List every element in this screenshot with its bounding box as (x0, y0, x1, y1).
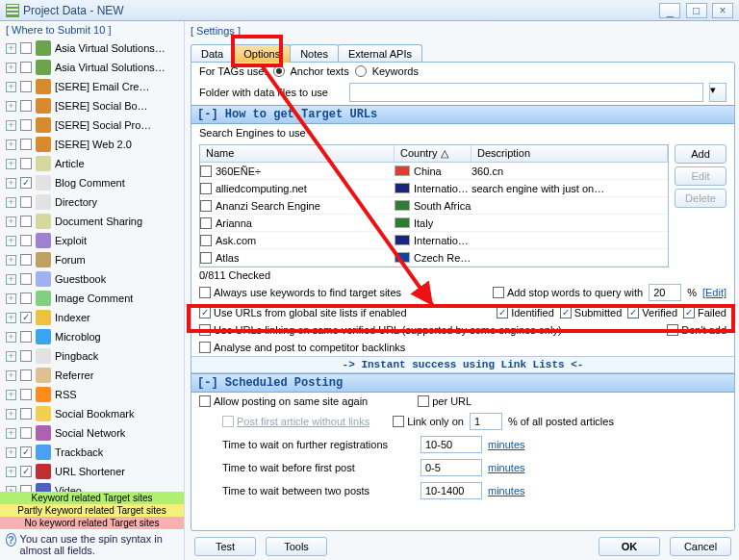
tab-notes[interactable]: Notes (290, 44, 339, 63)
expand-icon[interactable]: + (6, 101, 16, 112)
expand-icon[interactable]: + (6, 63, 16, 73)
tree-item[interactable]: +RSS (0, 385, 184, 404)
tree-checkbox[interactable] (20, 158, 32, 169)
tree-checkbox[interactable] (20, 216, 32, 227)
tab-external-apis[interactable]: External APIs (338, 44, 422, 63)
chk-allow-same[interactable] (199, 395, 211, 407)
row-checkbox[interactable] (200, 217, 212, 229)
tree-item[interactable]: +Exploit (0, 231, 184, 250)
table-row[interactable]: AriannaItaly (200, 215, 668, 232)
wait-first-value[interactable] (420, 459, 482, 476)
edit-engine-button[interactable]: Edit (675, 166, 726, 186)
cancel-button[interactable]: Cancel (670, 537, 731, 556)
table-row[interactable]: AtlasCzech Re… (200, 249, 668, 267)
expand-icon[interactable]: + (6, 255, 16, 266)
tree-item[interactable]: +✓Indexer (0, 308, 184, 327)
table-row[interactable]: 360EÑE÷China360.cn (200, 163, 668, 180)
chk-link-only[interactable] (393, 416, 404, 427)
tree-item[interactable]: +Article (0, 154, 184, 173)
table-row[interactable]: alliedcomputing.netInternatio…search eng… (200, 180, 668, 197)
maximize-button[interactable]: □ (686, 3, 707, 18)
expand-icon[interactable]: + (6, 197, 16, 208)
table-row[interactable]: Ananzi Search EngineSouth Africa (200, 197, 668, 215)
tree-checkbox[interactable] (20, 139, 32, 150)
tree-item[interactable]: +Document Sharing (0, 212, 184, 231)
chk-failed[interactable] (683, 307, 695, 318)
tree-item[interactable]: +[SERE] Email Cre… (0, 77, 184, 96)
expand-icon[interactable]: + (6, 447, 16, 458)
tree-item[interactable]: +Guestbook (0, 269, 184, 289)
tree-checkbox[interactable] (20, 408, 32, 420)
chk-use-linking[interactable] (199, 324, 211, 336)
expand-icon[interactable]: + (6, 120, 16, 131)
expand-icon[interactable]: + (6, 274, 16, 285)
expand-icon[interactable]: + (6, 140, 16, 150)
expand-icon[interactable]: + (6, 428, 16, 439)
tree-checkbox[interactable] (20, 42, 32, 54)
tree-item[interactable]: +[SERE] Social Bo… (0, 96, 184, 115)
chk-use-global[interactable] (199, 307, 211, 318)
chk-verified[interactable] (627, 307, 639, 318)
minutes1[interactable]: minutes (488, 439, 525, 450)
add-engine-button[interactable]: Add (675, 144, 726, 164)
expand-icon[interactable]: + (6, 82, 16, 92)
tree-checkbox[interactable] (20, 350, 32, 362)
expand-icon[interactable]: + (6, 351, 16, 362)
chk-first-article[interactable] (222, 416, 234, 427)
tree-checkbox[interactable] (20, 235, 32, 246)
submit-tree[interactable]: +Asia Virtual Solutions…+Asia Virtual So… (0, 38, 184, 492)
expand-icon[interactable]: + (6, 313, 16, 323)
tools-button[interactable]: Tools (266, 537, 327, 556)
section-target-urls[interactable]: [-] How to get Target URLs (191, 105, 734, 124)
link-lists-banner[interactable]: -> Instant success using Link Lists <- (191, 356, 734, 373)
tree-checkbox[interactable] (20, 293, 32, 304)
tree-item[interactable]: +Image Comment (0, 289, 184, 308)
chk-add-stop[interactable] (493, 287, 504, 298)
test-button[interactable]: Test (194, 537, 256, 556)
expand-icon[interactable]: + (6, 236, 16, 246)
wait-two-value[interactable] (420, 482, 482, 499)
link-only-value[interactable] (470, 413, 502, 430)
row-checkbox[interactable] (200, 235, 212, 246)
tree-checkbox[interactable] (20, 331, 32, 343)
expand-icon[interactable]: + (6, 216, 16, 227)
chk-analyse[interactable] (199, 342, 211, 353)
radio-anchor-texts[interactable] (273, 65, 285, 77)
tree-item[interactable]: +Video (0, 481, 184, 492)
expand-icon[interactable]: + (6, 159, 16, 169)
tree-checkbox[interactable] (20, 254, 32, 266)
col-country[interactable]: Country △ (395, 145, 471, 162)
tree-item[interactable]: +[SERE] Web 2.0 (0, 135, 184, 154)
tree-checkbox[interactable] (20, 100, 32, 112)
tree-item[interactable]: +Social Bookmark (0, 404, 184, 423)
tree-checkbox[interactable] (20, 389, 32, 400)
tree-item[interactable]: +Microblog (0, 327, 184, 346)
engines-grid[interactable]: Name Country △ Description 360EÑE÷China3… (199, 144, 669, 267)
col-name[interactable]: Name (200, 145, 395, 162)
tree-item[interactable]: +Social Network (0, 423, 184, 443)
row-checkbox[interactable] (200, 183, 212, 194)
section-scheduled[interactable]: [-] Scheduled Posting (191, 373, 734, 393)
tree-checkbox[interactable] (20, 81, 32, 92)
tab-data[interactable]: Data (191, 44, 234, 63)
edit-stop-link[interactable]: [Edit] (702, 287, 726, 298)
minutes2[interactable]: minutes (488, 462, 525, 473)
close-button[interactable]: × (712, 3, 733, 18)
tree-checkbox[interactable] (20, 427, 32, 439)
folder-dropdown-button[interactable]: ▾ (709, 83, 726, 102)
tree-checkbox[interactable]: ✓ (20, 312, 32, 323)
tree-checkbox[interactable]: ✓ (20, 177, 32, 189)
tree-item[interactable]: +Pingback (0, 346, 184, 366)
tree-item[interactable]: +[SERE] Social Pro… (0, 115, 184, 135)
expand-icon[interactable]: + (6, 467, 16, 477)
expand-icon[interactable]: + (6, 178, 16, 189)
radio-keywords[interactable] (355, 65, 367, 77)
chk-dont-add[interactable] (667, 324, 678, 336)
row-checkbox[interactable] (200, 165, 212, 177)
expand-icon[interactable]: + (6, 390, 16, 400)
tree-item[interactable]: +Asia Virtual Solutions… (0, 38, 184, 58)
tree-item[interactable]: +✓URL Shortener (0, 462, 184, 481)
tree-checkbox[interactable]: ✓ (20, 466, 32, 477)
tree-item[interactable]: +Asia Virtual Solutions… (0, 58, 184, 77)
minimize-button[interactable]: _ (659, 3, 680, 18)
